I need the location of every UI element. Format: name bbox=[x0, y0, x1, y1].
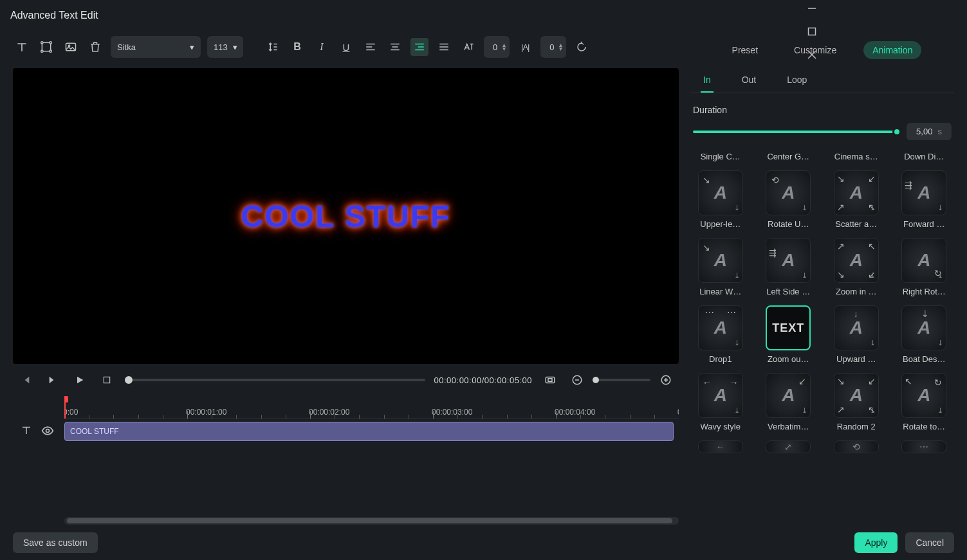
tab-preset[interactable]: Preset bbox=[723, 41, 767, 59]
zoom-in-button[interactable] bbox=[657, 371, 675, 389]
animation-item[interactable]: A↓⤓Upward … bbox=[829, 305, 884, 364]
animation-item[interactable]: A↘↙↗↖⤓Scatter a… bbox=[829, 170, 884, 229]
spinner-icon[interactable]: ▴▾ bbox=[559, 43, 562, 51]
timeline-scrollbar[interactable] bbox=[64, 517, 679, 525]
animation-thumb[interactable]: A⇣⤓ bbox=[901, 305, 946, 350]
apply-button[interactable]: Apply bbox=[854, 532, 898, 553]
animation-item[interactable]: A↘↙↗↖⤓Random 2 bbox=[829, 373, 884, 431]
animation-item[interactable]: A↘⤓Upper-le… bbox=[693, 170, 748, 229]
font-family-select[interactable]: Sitka ▾ bbox=[111, 36, 201, 58]
animation-item[interactable]: Down Di… bbox=[897, 152, 952, 161]
transform-tool-icon[interactable] bbox=[37, 38, 55, 56]
align-center-button[interactable] bbox=[386, 38, 404, 56]
animation-label: Cinema s… bbox=[834, 152, 878, 161]
playhead[interactable] bbox=[64, 396, 66, 419]
stop-button[interactable] bbox=[98, 371, 116, 389]
underline-button[interactable]: U bbox=[337, 38, 355, 56]
animation-thumb[interactable]: A⋯⋯⤓ bbox=[698, 305, 743, 350]
animation-item[interactable]: A⋯⋯⤓Drop1 bbox=[693, 305, 748, 364]
crop-icon[interactable] bbox=[541, 371, 559, 389]
tab-customize[interactable]: Customize bbox=[785, 41, 845, 59]
char-spacing-value: 0 bbox=[493, 42, 497, 52]
animation-item[interactable]: ⋯ bbox=[897, 440, 952, 453]
animation-item[interactable]: A↘⤓Linear W… bbox=[693, 238, 748, 296]
download-icon: ⤓ bbox=[870, 204, 876, 212]
duration-value-box[interactable]: 5,00 s bbox=[907, 123, 952, 140]
tab-animation[interactable]: Animation bbox=[863, 41, 921, 59]
letter-spacing-icon[interactable]: |A| bbox=[516, 38, 534, 56]
animation-thumb[interactable]: A↖↻⤓ bbox=[901, 373, 946, 418]
animation-thumb[interactable]: A⟲⤓ bbox=[766, 170, 811, 215]
align-left-button[interactable] bbox=[362, 38, 380, 56]
zoom-out-button[interactable] bbox=[568, 371, 586, 389]
animation-item[interactable]: A⟲⤓Rotate U… bbox=[761, 170, 816, 229]
font-size-select[interactable]: 113 ▾ bbox=[207, 36, 243, 58]
timeline-ruler[interactable]: 0:0000:00:01:0000:00:02:0000:00:03:0000:… bbox=[64, 396, 679, 419]
animation-thumb[interactable]: A↗↖↘↙⤓ bbox=[834, 238, 879, 283]
animation-label: Zoom in … bbox=[836, 287, 877, 296]
subtab-loop[interactable]: Loop bbox=[784, 69, 809, 93]
delete-icon[interactable] bbox=[86, 38, 104, 56]
playback-slider[interactable] bbox=[125, 379, 425, 381]
animation-thumb[interactable]: A↘⤓ bbox=[698, 238, 743, 283]
download-icon: ⤓ bbox=[937, 406, 943, 415]
animation-thumb[interactable]: A←→⤓ bbox=[698, 373, 743, 418]
image-tool-icon[interactable] bbox=[62, 38, 80, 56]
animation-item[interactable]: A←→⤓Wavy style bbox=[693, 373, 748, 431]
duration-slider[interactable] bbox=[693, 131, 898, 133]
animation-thumb[interactable]: A↘↙↗↖⤓ bbox=[834, 170, 879, 215]
animation-item[interactable]: ← bbox=[693, 440, 748, 453]
animation-thumb[interactable]: A↙⤓ bbox=[766, 373, 811, 418]
animation-item[interactable]: Cinema s… bbox=[829, 152, 884, 161]
animation-item[interactable]: A⇶⤓Left Side … bbox=[761, 238, 816, 296]
animation-item[interactable]: A⇣⤓Boat Des… bbox=[897, 305, 952, 364]
animation-item[interactable]: Single C… bbox=[693, 152, 748, 161]
animation-item[interactable]: A⇶⤓Forward … bbox=[897, 170, 952, 229]
animation-thumb[interactable]: A↻⤓ bbox=[901, 238, 946, 283]
timeline-clip[interactable]: COOL STUFF bbox=[64, 422, 674, 441]
align-justify-button[interactable] bbox=[435, 38, 453, 56]
zoom-slider[interactable] bbox=[593, 379, 650, 381]
animation-label: Scatter a… bbox=[835, 219, 877, 229]
prev-frame-button[interactable] bbox=[17, 371, 35, 389]
font-family-value: Sitka bbox=[117, 42, 136, 52]
animation-thumb[interactable]: A↓⤓ bbox=[834, 305, 879, 350]
align-right-button[interactable] bbox=[410, 38, 428, 56]
subtab-out[interactable]: Out bbox=[739, 69, 759, 93]
download-icon: ⤓ bbox=[870, 339, 876, 347]
bold-button[interactable]: B bbox=[288, 38, 306, 56]
preview-canvas[interactable]: COOL STUFF bbox=[13, 68, 679, 364]
animation-item[interactable]: Center G… bbox=[761, 152, 816, 161]
italic-button[interactable]: I bbox=[313, 38, 331, 56]
subtab-in[interactable]: In bbox=[701, 69, 714, 93]
minimize-button[interactable] bbox=[807, 4, 816, 13]
animation-thumb[interactable]: A↘↙↗↖⤓ bbox=[834, 373, 879, 418]
track-body[interactable]: COOL STUFF bbox=[64, 419, 679, 513]
animation-item[interactable]: TEXTZoom ou… bbox=[761, 305, 816, 364]
animation-item[interactable]: A↗↖↘↙⤓Zoom in … bbox=[829, 238, 884, 296]
save-as-custom-button[interactable]: Save as custom bbox=[13, 532, 98, 553]
preview-text[interactable]: COOL STUFF bbox=[241, 199, 451, 234]
spinner-icon[interactable]: ▴▾ bbox=[502, 43, 506, 51]
animation-item[interactable]: A↙⤓Verbatim… bbox=[761, 373, 816, 431]
animation-item[interactable]: ⤢ bbox=[761, 440, 816, 453]
text-case-icon[interactable] bbox=[459, 38, 477, 56]
animation-thumb[interactable]: TEXT bbox=[766, 305, 811, 350]
animation-thumb[interactable]: A⇶⤓ bbox=[901, 170, 946, 215]
animation-thumb[interactable]: A↘⤓ bbox=[698, 170, 743, 215]
ruler-tick: 00:00:03:00 bbox=[432, 408, 472, 417]
cancel-button[interactable]: Cancel bbox=[905, 532, 954, 553]
animation-item[interactable]: A↻⤓Right Rot… bbox=[897, 238, 952, 296]
animation-item[interactable]: A↖↻⤓Rotate to… bbox=[897, 373, 952, 431]
animation-item[interactable]: ⟲ bbox=[829, 440, 884, 453]
line-height-icon[interactable] bbox=[264, 38, 282, 56]
animation-thumb[interactable]: A⇶⤓ bbox=[766, 238, 811, 283]
char-spacing-input[interactable]: 0 ▴▾ bbox=[484, 36, 510, 58]
visibility-icon[interactable] bbox=[41, 424, 54, 439]
play-button[interactable] bbox=[71, 371, 89, 389]
text-tool-icon[interactable] bbox=[13, 38, 31, 56]
svg-rect-13 bbox=[104, 377, 109, 383]
next-frame-button[interactable] bbox=[44, 371, 62, 389]
reset-format-icon[interactable] bbox=[573, 38, 591, 56]
line-spacing-input[interactable]: 0 ▴▾ bbox=[540, 36, 566, 58]
